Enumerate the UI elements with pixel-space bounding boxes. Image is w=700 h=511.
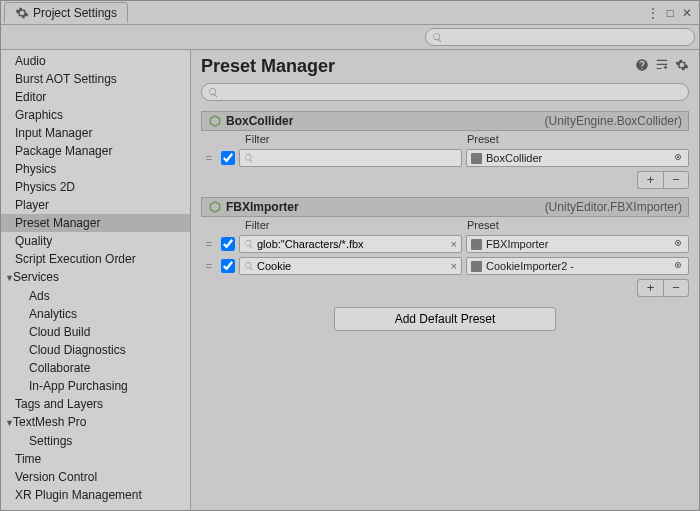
window-tab[interactable]: Project Settings	[4, 2, 128, 23]
sidebar-item-ads[interactable]: Ads	[1, 287, 190, 305]
drag-handle-icon[interactable]: =	[201, 260, 217, 272]
section-header: BoxCollider(UnityEngine.BoxCollider)	[201, 111, 689, 131]
sidebar-item-quality[interactable]: Quality	[1, 232, 190, 250]
toolbar-search[interactable]	[425, 28, 695, 46]
toolbar	[1, 25, 699, 50]
settings-icon[interactable]	[675, 58, 689, 75]
sidebar-item-audio[interactable]: Audio	[1, 52, 190, 70]
filter-input[interactable]	[254, 152, 457, 164]
drag-handle-icon[interactable]: =	[201, 238, 217, 250]
section-title: FBXImporter	[226, 200, 299, 214]
filter-input[interactable]	[254, 260, 451, 272]
help-icon[interactable]	[635, 58, 649, 75]
object-picker-icon[interactable]	[672, 237, 684, 252]
section-header: FBXImporter(UnityEditor.FBXImporter)	[201, 197, 689, 217]
filter-field[interactable]: ×	[239, 235, 462, 253]
gear-icon	[15, 6, 29, 20]
sidebar-item-cloud-build[interactable]: Cloud Build	[1, 323, 190, 341]
sidebar-item-label: Graphics	[15, 108, 63, 122]
sidebar-item-label: Physics	[15, 162, 56, 176]
filter-field[interactable]: ×	[239, 257, 462, 275]
sidebar-item-physics-2d[interactable]: Physics 2D	[1, 178, 190, 196]
remove-row-button[interactable]: −	[663, 279, 689, 297]
toolbar-search-input[interactable]	[443, 31, 688, 43]
add-row-button[interactable]: +	[637, 171, 663, 189]
preset-name: BoxCollider	[486, 152, 672, 164]
add-row-button[interactable]: +	[637, 279, 663, 297]
preset-asset-icon	[471, 261, 482, 272]
object-picker-icon[interactable]	[672, 151, 684, 166]
main-search[interactable]	[201, 83, 689, 101]
remove-row-button[interactable]: −	[663, 171, 689, 189]
component-icon	[208, 114, 222, 128]
sidebar-item-physics[interactable]: Physics	[1, 160, 190, 178]
sidebar-item-label: Physics 2D	[15, 180, 75, 194]
clear-icon[interactable]: ×	[451, 260, 457, 272]
object-picker-icon[interactable]	[672, 259, 684, 274]
add-default-preset-button[interactable]: Add Default Preset	[334, 307, 557, 331]
component-icon	[208, 200, 222, 214]
sidebar-item-editor[interactable]: Editor	[1, 88, 190, 106]
sidebar-item-label: Tags and Layers	[15, 397, 103, 411]
expand-arrow-icon[interactable]: ▼	[5, 415, 13, 431]
sidebar-item-label: Version Control	[15, 470, 97, 484]
sidebar-item-graphics[interactable]: Graphics	[1, 106, 190, 124]
preset-name: CookieImporter2 -	[486, 260, 672, 272]
preset-icon[interactable]	[655, 58, 669, 75]
preset-name: FBXImporter	[486, 238, 672, 250]
preset-field[interactable]: BoxCollider	[466, 149, 689, 167]
filter-field[interactable]	[239, 149, 462, 167]
sidebar-item-settings[interactable]: Settings	[1, 432, 190, 450]
sidebar-item-package-manager[interactable]: Package Manager	[1, 142, 190, 160]
sidebar-item-label: Ads	[29, 289, 50, 303]
section-type: (UnityEditor.FBXImporter)	[545, 200, 682, 214]
preset-section: BoxCollider(UnityEngine.BoxCollider)Filt…	[201, 111, 689, 189]
sidebar-item-analytics[interactable]: Analytics	[1, 305, 190, 323]
sidebar-item-textmesh-pro[interactable]: ▼TextMesh Pro	[1, 413, 190, 432]
preset-asset-icon	[471, 239, 482, 250]
sidebar-item-preset-manager[interactable]: Preset Manager	[1, 214, 190, 232]
sidebar-item-version-control[interactable]: Version Control	[1, 468, 190, 486]
sidebar-item-label: Editor	[15, 90, 46, 104]
sidebar-item-time[interactable]: Time	[1, 450, 190, 468]
preset-row: =BoxCollider	[201, 147, 689, 169]
row-enabled-checkbox[interactable]	[221, 259, 235, 273]
sidebar-item-tags-and-layers[interactable]: Tags and Layers	[1, 395, 190, 413]
row-enabled-checkbox[interactable]	[221, 151, 235, 165]
menu-icon[interactable]: ⋮	[644, 6, 662, 20]
col-header-filter: Filter	[245, 219, 467, 231]
col-header-filter: Filter	[245, 133, 467, 145]
sidebar-item-player[interactable]: Player	[1, 196, 190, 214]
sidebar-item-label: Preset Manager	[15, 216, 100, 230]
clear-icon[interactable]: ×	[451, 238, 457, 250]
sidebar-item-label: TextMesh Pro	[13, 415, 86, 429]
sidebar-item-services[interactable]: ▼Services	[1, 268, 190, 287]
drag-handle-icon[interactable]: =	[201, 152, 217, 164]
sidebar-item-in-app-purchasing[interactable]: In-App Purchasing	[1, 377, 190, 395]
sidebar-item-label: Script Execution Order	[15, 252, 136, 266]
sidebar-item-xr-plugin-management[interactable]: XR Plugin Management	[1, 486, 190, 504]
svg-point-3	[677, 242, 679, 244]
close-icon[interactable]: ✕	[679, 6, 695, 20]
preset-field[interactable]: CookieImporter2 -	[466, 257, 689, 275]
search-icon	[208, 87, 219, 98]
sidebar: AudioBurst AOT SettingsEditorGraphicsInp…	[1, 50, 191, 510]
sidebar-item-label: Collaborate	[29, 361, 90, 375]
sidebar-item-cloud-diagnostics[interactable]: Cloud Diagnostics	[1, 341, 190, 359]
sidebar-item-collaborate[interactable]: Collaborate	[1, 359, 190, 377]
sidebar-item-label: Analytics	[29, 307, 77, 321]
sidebar-item-input-manager[interactable]: Input Manager	[1, 124, 190, 142]
row-enabled-checkbox[interactable]	[221, 237, 235, 251]
filter-input[interactable]	[254, 238, 451, 250]
sidebar-item-burst-aot-settings[interactable]: Burst AOT Settings	[1, 70, 190, 88]
preset-row: =×CookieImporter2 -	[201, 255, 689, 277]
sidebar-item-label: Audio	[15, 54, 46, 68]
sidebar-item-label: Input Manager	[15, 126, 92, 140]
main-search-input[interactable]	[219, 86, 682, 98]
sidebar-item-label: Player	[15, 198, 49, 212]
sidebar-item-script-execution-order[interactable]: Script Execution Order	[1, 250, 190, 268]
window-title: Project Settings	[33, 6, 117, 20]
maximize-icon[interactable]: □	[664, 6, 677, 20]
expand-arrow-icon[interactable]: ▼	[5, 270, 13, 286]
preset-field[interactable]: FBXImporter	[466, 235, 689, 253]
